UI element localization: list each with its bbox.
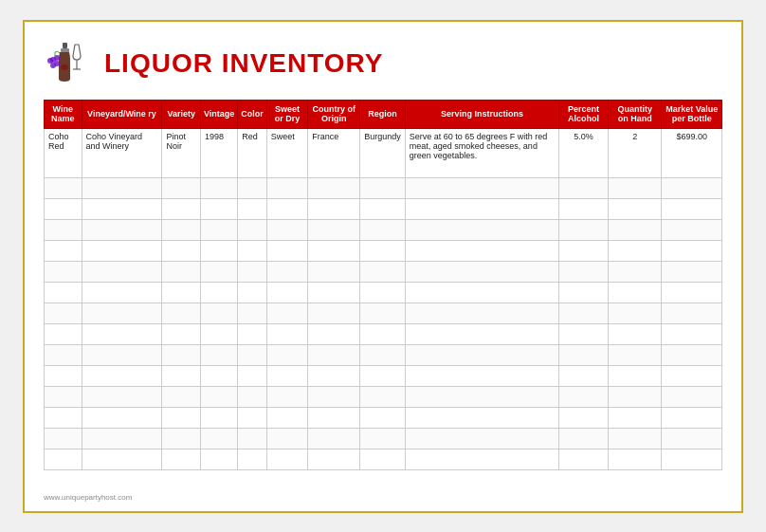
cell-empty [608, 283, 661, 303]
table-header-row: Wine Name Vineyard/Wine ry Variety Vinta… [45, 100, 722, 129]
cell-market-value: $699.00 [662, 129, 722, 178]
cell-empty [266, 387, 307, 408]
cell-empty [45, 345, 82, 366]
inventory-table: Wine Name Vineyard/Wine ry Variety Vinta… [44, 100, 722, 471]
cell-empty [200, 178, 237, 199]
cell-empty [82, 408, 162, 429]
cell-empty [162, 220, 201, 241]
cell-empty [45, 387, 82, 408]
cell-empty [162, 324, 201, 345]
cell-empty [662, 220, 722, 241]
cell-empty [200, 324, 237, 345]
col-market-value: Market Value per Bottle [662, 100, 722, 129]
cell-empty [559, 366, 609, 387]
cell-empty [162, 387, 201, 408]
cell-empty [405, 345, 558, 366]
cell-empty [559, 283, 609, 303]
cell-empty [360, 241, 406, 262]
cell-empty [360, 449, 406, 470]
cell-empty [238, 366, 267, 387]
cell-empty [82, 303, 162, 324]
svg-rect-0 [63, 43, 67, 48]
cell-empty [662, 283, 722, 303]
cell-empty [608, 387, 661, 408]
cell-empty [608, 199, 661, 220]
page-title: LIQUOR INVENTORY [104, 48, 383, 79]
cell-wine-name: Coho Red [45, 129, 82, 178]
cell-empty [45, 220, 82, 241]
footer-url: www.uniquepartyhost.com [44, 493, 132, 502]
cell-empty [662, 345, 722, 366]
cell-empty [45, 199, 82, 220]
cell-empty [82, 449, 162, 470]
cell-empty [608, 366, 661, 387]
cell-empty [608, 345, 661, 366]
cell-vintage: 1998 [200, 129, 237, 178]
cell-empty [238, 324, 267, 345]
cell-color: Red [238, 129, 267, 178]
col-wine-name: Wine Name [45, 100, 82, 129]
cell-empty [238, 262, 267, 283]
cell-empty [308, 429, 360, 449]
cell-empty [608, 429, 661, 449]
cell-empty [162, 429, 201, 449]
cell-empty [82, 262, 162, 283]
cell-empty [662, 262, 722, 283]
cell-empty [405, 262, 558, 283]
cell-vineyard: Coho Vineyard and Winery [82, 129, 162, 178]
wine-icon [44, 39, 93, 88]
cell-empty [405, 303, 558, 324]
table-row-empty [45, 345, 722, 366]
cell-empty [662, 303, 722, 324]
cell-empty [662, 199, 722, 220]
cell-empty [559, 303, 609, 324]
cell-empty [308, 387, 360, 408]
cell-empty [200, 366, 237, 387]
cell-empty [608, 241, 661, 262]
cell-empty [82, 178, 162, 199]
cell-empty [238, 345, 267, 366]
cell-empty [266, 324, 307, 345]
cell-empty [162, 262, 201, 283]
cell-empty [608, 303, 661, 324]
cell-empty [266, 345, 307, 366]
cell-empty [360, 199, 406, 220]
cell-empty [238, 449, 267, 470]
cell-empty [266, 449, 307, 470]
cell-empty [162, 449, 201, 470]
cell-empty [662, 241, 722, 262]
cell-empty [82, 283, 162, 303]
col-vintage: Vintage [200, 100, 237, 129]
header: LIQUOR INVENTORY [44, 39, 722, 88]
svg-point-2 [61, 64, 68, 70]
cell-empty [405, 408, 558, 429]
cell-empty [662, 387, 722, 408]
cell-empty [308, 366, 360, 387]
cell-empty [405, 220, 558, 241]
footer: www.uniquepartyhost.com [44, 493, 722, 502]
cell-empty [360, 324, 406, 345]
cell-empty [45, 366, 82, 387]
cell-empty [405, 241, 558, 262]
cell-empty [200, 241, 237, 262]
cell-empty [308, 324, 360, 345]
table-row-empty [45, 408, 722, 429]
table-row: Coho Red Coho Vineyard and Winery Pinot … [45, 129, 722, 178]
cell-empty [405, 366, 558, 387]
col-vineyard: Vineyard/Wine ry [82, 100, 162, 129]
cell-empty [200, 345, 237, 366]
cell-empty [308, 303, 360, 324]
cell-empty [162, 283, 201, 303]
table-row-empty [45, 199, 722, 220]
col-sweet-dry: Sweet or Dry [266, 100, 307, 129]
cell-empty [608, 408, 661, 429]
cell-empty [45, 449, 82, 470]
cell-empty [266, 178, 307, 199]
cell-empty [559, 345, 609, 366]
col-variety: Variety [162, 100, 201, 129]
cell-empty [45, 303, 82, 324]
cell-empty [162, 345, 201, 366]
table-row-empty [45, 241, 722, 262]
cell-empty [266, 303, 307, 324]
cell-empty [559, 220, 609, 241]
